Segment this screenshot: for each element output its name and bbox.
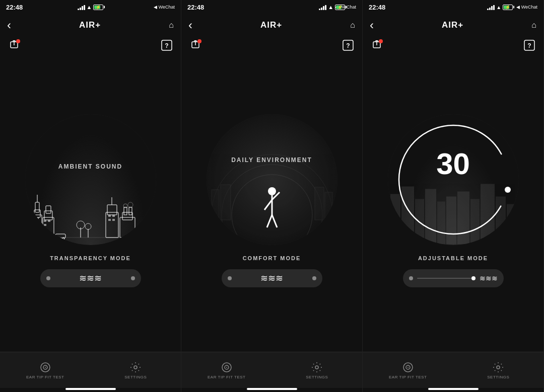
svg-point-84 xyxy=(497,366,500,369)
svg-point-63 xyxy=(315,366,318,369)
slider-dot-left-2 xyxy=(228,276,232,280)
svg-rect-27 xyxy=(124,207,127,215)
ear-tip-label-3: EAR TIP FIT TEST xyxy=(389,375,427,379)
status-left-3: 22:48 xyxy=(369,4,385,11)
svg-rect-16 xyxy=(48,220,50,222)
svg-rect-21 xyxy=(108,215,111,217)
action-bar-2: ? xyxy=(181,36,362,54)
status-time-2: 22:48 xyxy=(187,4,204,11)
ear-tip-icon-2 xyxy=(221,361,233,373)
svg-point-47 xyxy=(268,187,276,195)
slider-2[interactable]: ≋≋≋ xyxy=(222,269,322,287)
svg-line-52 xyxy=(272,215,277,227)
signal-icon-1 xyxy=(78,4,85,10)
status-time-3: 22:48 xyxy=(369,4,385,11)
status-right-3: ▲ ⚡ ◀ WeChat xyxy=(487,4,537,10)
svg-rect-14 xyxy=(46,206,51,213)
svg-text:?: ? xyxy=(346,42,350,49)
settings-button-3[interactable]: SETTINGS xyxy=(453,361,544,379)
svg-line-49 xyxy=(264,200,272,210)
home-button-2[interactable]: ⌂ xyxy=(350,21,355,30)
svg-point-30 xyxy=(128,202,133,207)
svg-rect-28 xyxy=(129,207,132,215)
svg-point-42 xyxy=(134,366,137,369)
status-left-1: 22:48 xyxy=(6,4,23,11)
home-button-3[interactable]: ⌂ xyxy=(531,21,536,30)
back-button-2[interactable]: ‹ xyxy=(188,18,192,32)
ear-tip-button-3[interactable]: EAR TIP FIT TEST xyxy=(363,361,453,379)
main-content-1: AMBIENT SOUND xyxy=(0,54,181,352)
svg-rect-8 xyxy=(34,217,36,219)
ear-tip-label-1: EAR TIP FIT TEST xyxy=(26,375,64,379)
wifi-icon-3: ▲ xyxy=(496,5,501,10)
svg-point-37 xyxy=(85,223,91,229)
settings-icon-3 xyxy=(492,361,504,373)
slider-dot-right-1 xyxy=(131,276,135,280)
battery-icon-2: ⚡ xyxy=(335,5,345,10)
top-nav-1: ‹ AIR+ ⌂ xyxy=(0,14,181,36)
settings-label-3: SETTINGS xyxy=(487,375,509,379)
slider-3[interactable]: ≋≋≋ xyxy=(403,269,504,287)
help-button-1[interactable]: ? xyxy=(160,38,174,52)
settings-button-2[interactable]: SETTINGS xyxy=(272,361,363,379)
svg-rect-13 xyxy=(44,211,52,220)
slider-wave-icon-2: ≋≋≋ xyxy=(260,273,283,284)
wifi-icon-1: ▲ xyxy=(87,4,92,10)
ear-tip-button-2[interactable]: EAR TIP FIT TEST xyxy=(181,361,272,379)
svg-rect-9 xyxy=(37,217,39,219)
slider-1[interactable]: ≋≋≋ xyxy=(40,269,141,287)
action-bar-3: ? xyxy=(363,36,543,54)
person-illustration-2 xyxy=(259,182,285,238)
arc-value-3: 30 xyxy=(436,146,470,181)
svg-rect-24 xyxy=(112,219,115,221)
top-nav-3: ‹ AIR+ ⌂ xyxy=(363,14,543,36)
wechat-label-3: ◀ WeChat xyxy=(516,5,537,10)
svg-rect-19 xyxy=(107,205,117,215)
svg-rect-6 xyxy=(35,202,39,212)
settings-button-1[interactable]: SETTINGS xyxy=(91,361,181,379)
slider-dot-left-1 xyxy=(46,276,50,280)
mode-label-2: COMFORT MODE xyxy=(243,255,301,261)
circle-viz-3: 30 xyxy=(388,114,519,245)
back-button-1[interactable]: ‹ xyxy=(7,18,11,32)
city-illustration-1 xyxy=(30,190,151,240)
nav-title-3: AIR+ xyxy=(442,20,463,30)
svg-rect-11 xyxy=(37,221,39,222)
svg-rect-15 xyxy=(44,220,46,222)
action-bar-1: ? xyxy=(0,36,181,54)
help-button-3[interactable]: ? xyxy=(522,38,536,52)
svg-rect-57 xyxy=(221,185,231,220)
status-right-1: ◀ WeChat xyxy=(154,5,175,10)
settings-icon-2 xyxy=(311,361,323,373)
panel-adjustable: 22:48 ▲ ⚡ ◀ WeChat ‹ AIR+ ⌂ xyxy=(363,0,544,392)
settings-label-2: SETTINGS xyxy=(306,375,328,379)
share-button-2[interactable] xyxy=(188,38,202,52)
share-button-1[interactable] xyxy=(7,38,21,52)
bottom-nav-1: EAR TIP FIT TEST SETTINGS xyxy=(0,352,181,388)
circle-viz-2: DAILY ENVIRONMENT xyxy=(207,114,337,245)
help-button-2[interactable]: ? xyxy=(341,38,355,52)
ear-tip-label-2: EAR TIP FIT TEST xyxy=(208,375,245,379)
home-indicator-2 xyxy=(247,388,297,390)
bottom-nav-2: EAR TIP FIT TEST SETTINGS xyxy=(181,352,362,388)
settings-label-1: SETTINGS xyxy=(124,375,147,379)
home-indicator-3 xyxy=(428,388,479,390)
slider-wave-icon-3: ≋≋≋ xyxy=(480,274,498,282)
svg-rect-25 xyxy=(120,217,135,238)
wifi-icon-2: ▲ xyxy=(328,4,333,10)
svg-rect-17 xyxy=(44,224,46,226)
nav-title-2: AIR+ xyxy=(260,20,282,30)
ear-tip-icon-1 xyxy=(39,361,51,373)
back-button-3[interactable]: ‹ xyxy=(370,18,374,32)
svg-rect-10 xyxy=(34,221,36,222)
main-content-3: 30 ADJUSTABLE MODE ≋≋≋ xyxy=(363,54,543,352)
svg-line-51 xyxy=(267,215,272,227)
home-button-1[interactable]: ⌂ xyxy=(169,21,174,30)
settings-icon-1 xyxy=(129,361,142,373)
status-left-2: 22:48 xyxy=(187,4,204,11)
share-button-3[interactable] xyxy=(370,38,384,52)
circle-viz-1: AMBIENT SOUND xyxy=(25,114,156,245)
ear-tip-button-1[interactable]: EAR TIP FIT TEST xyxy=(0,361,91,379)
svg-point-69 xyxy=(505,187,511,193)
bottom-nav-3: EAR TIP FIT TEST SETTINGS xyxy=(363,352,543,388)
